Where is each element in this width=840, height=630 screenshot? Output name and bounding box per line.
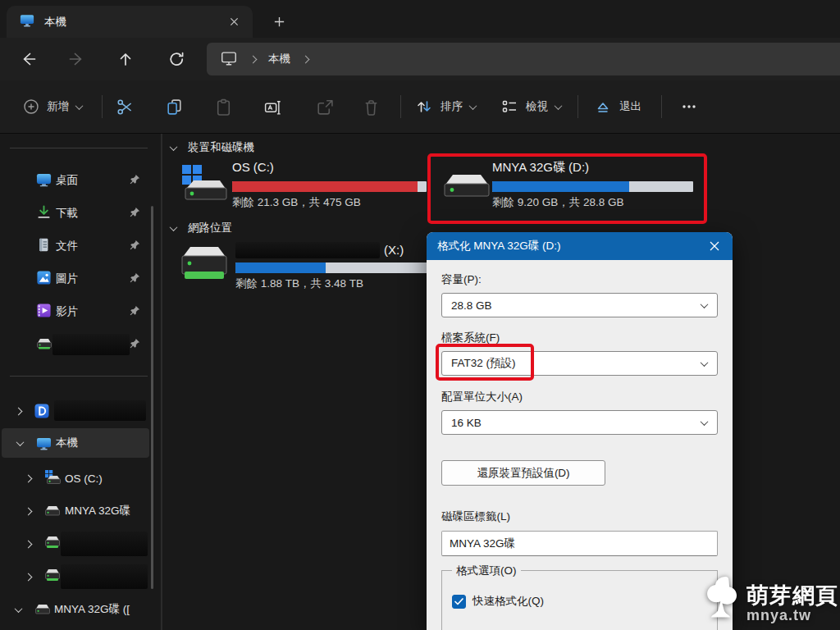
sidebar-item-label: 圖片: [56, 272, 78, 286]
documents-icon: [36, 237, 51, 255]
tree-item-label: OS (C:): [65, 472, 103, 485]
breadcrumb[interactable]: 本機: [207, 43, 840, 75]
section-network-locations[interactable]: 網路位置: [171, 221, 232, 235]
watermark-title: 萌芽網頁: [746, 585, 838, 607]
breadcrumb-item-this-pc[interactable]: 本機: [268, 52, 290, 66]
format-dialog-title: 格式化 MNYA 32G碟 (D:): [437, 239, 561, 253]
network-drive-icon: [44, 534, 61, 552]
copy-button[interactable]: [158, 90, 190, 123]
videos-icon: [36, 303, 52, 321]
tree-item-network-drive[interactable]: [0, 561, 151, 592]
new-button[interactable]: 新增: [15, 90, 90, 123]
toolbar-divider: [578, 95, 578, 118]
capacity-select[interactable]: 28.8 GB: [441, 293, 718, 317]
sidebar-item-pinned-drive[interactable]: [0, 328, 149, 361]
drive-capacity-text: 剩餘 21.3 GB，共 475 GB: [232, 195, 361, 210]
drive-name: OS (C:): [232, 160, 274, 174]
allocation-unit-value: 16 KB: [451, 417, 482, 429]
chevron-down-icon: [701, 418, 709, 426]
tree-item-label: MNYA 32G碟 ([: [54, 602, 130, 617]
chevron-down-icon[interactable]: [170, 143, 178, 151]
more-options-button[interactable]: [673, 90, 705, 123]
dialog-close-button[interactable]: [701, 235, 728, 257]
delete-button[interactable]: [354, 90, 387, 123]
sidebar-item-downloads[interactable]: 下載: [0, 197, 149, 230]
allocation-unit-label: 配置單位大小(A): [441, 390, 523, 404]
up-button[interactable]: [110, 44, 141, 74]
volume-label-label: 磁碟區標籤(L): [441, 509, 510, 524]
sidebar-item-pictures[interactable]: 圖片: [0, 262, 149, 295]
drive-name: (X:): [384, 243, 404, 257]
tab-bar: 本機: [0, 0, 840, 38]
sidebar-item-videos[interactable]: 影片: [0, 295, 149, 328]
tab-close-button[interactable]: [223, 12, 244, 32]
toolbar-divider: [661, 95, 662, 118]
tree-item-label: 本機: [56, 436, 78, 450]
chevron-right-icon[interactable]: [25, 573, 33, 581]
annotation-highlight-drive-d: [427, 153, 707, 224]
pin-icon: [130, 174, 140, 187]
allocation-unit-select[interactable]: 16 KB: [441, 410, 718, 435]
eject-button-label: 退出: [619, 99, 641, 114]
file-explorer-window: 本機 本機: [0, 0, 840, 630]
chevron-right-icon[interactable]: [25, 540, 33, 548]
view-button[interactable]: 檢視: [492, 90, 569, 123]
restore-defaults-button[interactable]: 還原裝置預設值(D): [441, 460, 605, 486]
chevron-down-icon[interactable]: [15, 605, 23, 613]
new-tab-button[interactable]: [267, 11, 290, 32]
view-button-label: 檢視: [526, 99, 548, 114]
tree-item-mnya-drive-2[interactable]: MNYA 32G碟 ([: [0, 594, 151, 625]
chevron-down-icon: [469, 102, 477, 110]
tree-item-os-c[interactable]: OS (C:): [0, 463, 151, 494]
this-pc-icon: [20, 13, 34, 30]
usage-bar-fill: [235, 262, 326, 273]
sidebar-scrollbar[interactable]: [151, 206, 153, 589]
sidebar-item-documents[interactable]: 文件: [0, 230, 149, 262]
tree-item-cloud-app[interactable]: [0, 395, 151, 427]
capacity-value: 28.8 GB: [451, 299, 492, 312]
cut-button[interactable]: [108, 90, 141, 123]
tree-item-network-drive[interactable]: [0, 528, 151, 559]
section-devices-and-drives[interactable]: 裝置和磁碟機: [171, 140, 254, 155]
chevron-right-icon[interactable]: [15, 407, 23, 415]
format-dialog-titlebar[interactable]: 格式化 MNYA 32G碟 (D:): [427, 232, 733, 260]
breadcrumb-chevron-icon[interactable]: [302, 55, 310, 63]
chevron-right-icon[interactable]: [25, 507, 33, 515]
chevron-down-icon[interactable]: [170, 223, 178, 231]
quick-format-row: 快速格式化(Q): [452, 594, 544, 609]
pin-icon: [130, 272, 140, 285]
forward-button[interactable]: [61, 44, 92, 74]
tab-this-pc[interactable]: 本機: [7, 6, 253, 38]
d-app-icon: [34, 404, 49, 421]
network-drive-icon: [180, 242, 228, 288]
os-drive-icon: [180, 163, 228, 208]
sidebar-item-label: 文件: [56, 239, 78, 253]
eject-button[interactable]: 退出: [586, 90, 650, 123]
drive-capacity-text: 剩餘 1.88 TB，共 3.48 TB: [235, 276, 363, 291]
volume-label-input[interactable]: MNYA 32G碟: [441, 531, 718, 556]
back-button[interactable]: [13, 44, 44, 74]
refresh-button[interactable]: [161, 44, 192, 74]
share-button[interactable]: [308, 90, 340, 123]
navigation-bar: 本機: [0, 38, 840, 80]
sort-button[interactable]: 排序: [407, 90, 484, 123]
drive-icon: [34, 603, 51, 618]
toolbar-divider: [102, 95, 103, 118]
tree-item-mnya-drive[interactable]: MNYA 32G碟: [0, 495, 151, 527]
breadcrumb-chevron-icon[interactable]: [249, 55, 258, 63]
quick-format-checkbox[interactable]: [452, 595, 466, 609]
paste-button[interactable]: [207, 90, 240, 123]
chevron-down-icon[interactable]: [16, 438, 25, 446]
annotation-highlight-fat32: [436, 344, 534, 381]
usage-bar-fill: [232, 181, 418, 192]
rename-button[interactable]: [256, 90, 289, 123]
sidebar-item-desktop[interactable]: 桌面: [0, 164, 149, 197]
volume-label-value: MNYA 32G碟: [450, 536, 515, 551]
usage-bar: [235, 262, 432, 273]
capacity-label: 容量(P):: [441, 272, 482, 287]
tree-item-this-pc[interactable]: 本機: [2, 428, 149, 458]
desktop-icon: [36, 172, 52, 189]
usage-bar: [232, 181, 427, 192]
chevron-right-icon[interactable]: [25, 474, 33, 482]
section-title: 網路位置: [188, 221, 232, 235]
